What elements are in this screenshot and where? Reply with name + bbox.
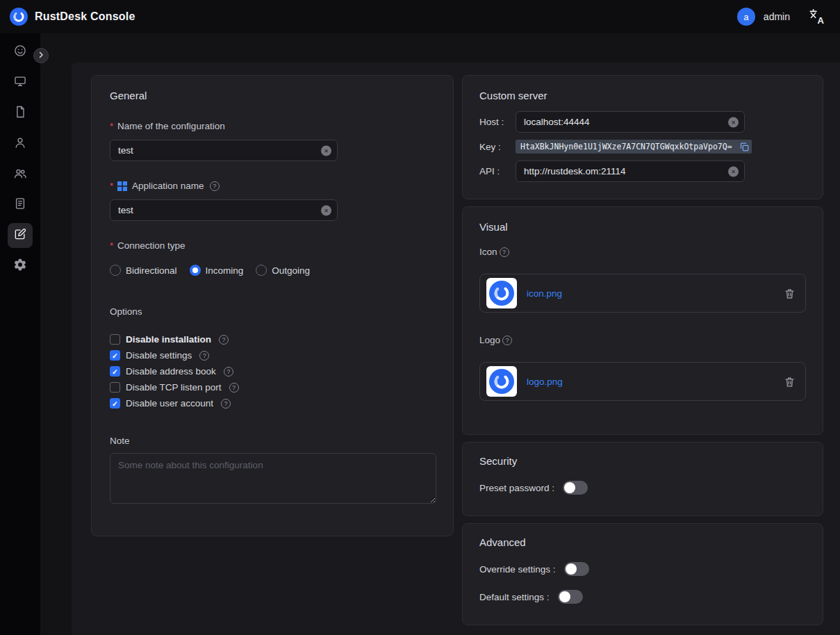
help-icon[interactable] [500, 247, 509, 257]
radio-icon [256, 265, 267, 276]
connection-type-label: * Connection type [110, 240, 435, 251]
checkbox-icon [110, 334, 120, 345]
logo-label: Logo [479, 335, 806, 345]
api-row: API : [479, 160, 806, 182]
copy-icon[interactable] [739, 142, 750, 152]
checkbox-icon [110, 350, 120, 361]
radio-icon [190, 265, 201, 276]
sidebar-expand-button[interactable] [33, 48, 49, 63]
host-label: Host : [479, 117, 516, 127]
preset-password-row: Preset password : [479, 481, 806, 495]
icon-file-box: icon.png [479, 274, 806, 313]
help-icon[interactable] [229, 383, 239, 393]
radio-label: Bidirectional [126, 265, 177, 276]
svg-text:A: A [818, 15, 825, 26]
help-icon[interactable] [199, 351, 209, 361]
help-icon[interactable] [502, 336, 512, 345]
host-input-wrap [516, 111, 745, 133]
rustdesk-logo-icon [10, 8, 28, 26]
clear-circle-icon[interactable] [321, 145, 331, 156]
connection-label-text: Connection type [117, 240, 186, 251]
application-name-input[interactable] [110, 199, 338, 221]
journal-icon [13, 197, 27, 213]
checkbox-disable-settings[interactable]: Disable settings [110, 349, 435, 361]
sidebar-item-documents[interactable] [8, 101, 33, 126]
logo-thumbnail [486, 366, 517, 397]
content-page: General * Name of the configuration * [72, 63, 840, 635]
sidebar-item-users[interactable] [8, 131, 33, 156]
security-title: Security [479, 455, 806, 467]
checkbox-label: Disable settings [126, 350, 192, 361]
clear-circle-icon[interactable] [728, 166, 739, 176]
checkbox-disable-user-account[interactable]: Disable user account [110, 397, 435, 409]
logo-file-link[interactable]: logo.png [527, 377, 563, 387]
sidebar-item-dashboard[interactable] [8, 40, 33, 65]
radio-icon [110, 265, 121, 276]
default-settings-label: Default settings : [479, 592, 550, 602]
radio-incoming[interactable]: Incoming [190, 265, 244, 276]
trash-icon[interactable] [784, 288, 796, 299]
icon-thumbnail [486, 278, 517, 308]
checkbox-disable-tcp-listen-port[interactable]: Disable TCP listen port [110, 381, 435, 393]
sidebar-item-devices[interactable] [8, 70, 33, 95]
name-label-text: Name of the configuration [117, 121, 225, 131]
brand: RustDesk Console [10, 8, 135, 26]
checkbox-icon [110, 398, 120, 409]
preset-password-label: Preset password : [479, 483, 554, 493]
override-settings-toggle[interactable] [564, 562, 589, 576]
monitor-icon [13, 74, 27, 91]
clear-circle-icon[interactable] [321, 205, 331, 215]
icon-file-link[interactable]: icon.png [527, 288, 562, 299]
sidebar-item-groups[interactable] [8, 162, 33, 187]
logo-label-text: Logo [479, 335, 500, 345]
help-icon[interactable] [219, 335, 229, 345]
required-asterisk: * [110, 121, 113, 131]
radio-label: Outgoing [272, 265, 310, 276]
user-name[interactable]: admin [764, 11, 790, 22]
required-asterisk: * [110, 181, 113, 191]
groups-icon [13, 166, 27, 183]
face-icon [13, 44, 27, 60]
key-label: Key : [479, 142, 516, 152]
language-icon[interactable]: A [808, 8, 826, 26]
sidebar-item-address-books[interactable] [8, 192, 33, 217]
right-column: Custom server Host : Key : HtaXBkJNHyn0e… [462, 75, 823, 625]
general-title: General [110, 90, 435, 101]
help-icon[interactable] [224, 367, 233, 377]
document-icon [13, 105, 27, 122]
sidebar-item-settings[interactable] [8, 254, 33, 279]
avatar[interactable]: a [737, 8, 755, 26]
default-settings-toggle[interactable] [558, 590, 583, 604]
app-name-field-label: * Application name [110, 181, 435, 191]
preset-password-toggle[interactable] [563, 481, 588, 495]
toggle-knob [566, 563, 577, 575]
checkbox-icon [110, 366, 120, 377]
clear-circle-icon[interactable] [728, 117, 739, 127]
options-label: Options [110, 306, 435, 317]
checkbox-disable-installation[interactable]: Disable installation [110, 333, 435, 345]
user-icon [13, 135, 27, 152]
sidebar-item-custom-clients[interactable] [8, 223, 33, 248]
toggle-knob [559, 591, 570, 602]
required-asterisk: * [110, 240, 113, 251]
trash-icon[interactable] [784, 376, 796, 388]
radio-bidirectional[interactable]: Bidirectional [110, 265, 177, 276]
host-input[interactable] [516, 111, 745, 133]
server-key-value[interactable]: HtaXBkJNHyn0e1U1jWXze7A7CN7QTGWqxkOtpaVp… [516, 140, 752, 154]
options-list: Disable installation Disable settings Di… [110, 333, 435, 409]
override-settings-label: Override settings : [479, 564, 556, 575]
visual-card: Visual Icon icon.png [462, 206, 823, 435]
radio-outgoing[interactable]: Outgoing [256, 265, 310, 276]
api-input[interactable] [516, 160, 745, 182]
note-textarea[interactable] [110, 453, 436, 504]
checkbox-icon [110, 382, 120, 393]
connection-type-radios: Bidirectional Incoming Outgoing [110, 265, 435, 276]
main-shell: General * Name of the configuration * [0, 33, 840, 635]
chevron-right-icon [37, 51, 45, 61]
help-icon[interactable] [210, 181, 220, 191]
name-input[interactable] [110, 140, 338, 161]
icon-label-text: Icon [479, 247, 497, 257]
api-label: API : [479, 166, 516, 176]
help-icon[interactable] [221, 399, 231, 409]
checkbox-disable-address-book[interactable]: Disable address book [110, 365, 435, 377]
